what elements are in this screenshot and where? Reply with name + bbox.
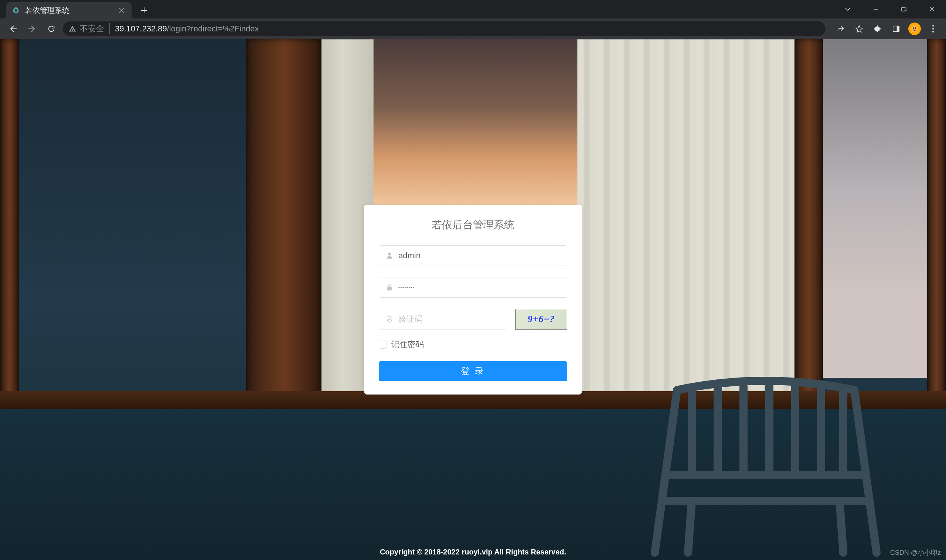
toolbar: 不安全 39.107.232.89/login?redirect=%2Finde… [0,18,946,39]
tab-favicon-icon [12,6,20,14]
sidepanel-icon[interactable] [888,21,904,37]
captcha-row: 9+6=? [379,309,567,329]
window-chevron-icon[interactable] [834,0,862,18]
password-input-wrap[interactable] [379,277,567,298]
tab-close-button[interactable] [117,6,126,14]
address-bar[interactable]: 不安全 39.107.232.89/login?redirect=%2Finde… [63,22,826,36]
browser-tab[interactable]: 若依管理系统 [6,2,131,18]
chair-decor [633,316,899,560]
shield-check-icon [385,315,394,324]
footer-copyright: Copyright © 2018-2022 ruoyi.vip All Righ… [0,548,946,556]
browser-chrome: 若依管理系统 [0,0,946,39]
insecure-label: 不安全 [80,23,104,34]
bookmark-star-icon[interactable] [851,21,867,37]
watermark: CSDN @小小印z [890,548,941,557]
captcha-text: 9+6=? [528,314,555,325]
svg-point-6 [932,25,934,26]
username-input-wrap[interactable] [379,245,567,266]
window-minimize-button[interactable] [862,0,890,18]
window-close-button[interactable] [918,0,946,18]
tab-title: 若依管理系统 [25,6,117,15]
login-title: 若依后台管理系统 [379,218,567,232]
password-row [379,277,567,298]
svg-rect-2 [897,26,900,32]
captcha-input[interactable] [398,314,500,324]
svg-point-7 [932,28,934,29]
svg-point-3 [911,25,918,32]
window-controls [834,0,946,18]
avatar-icon [908,23,921,35]
captcha-image[interactable]: 9+6=? [515,309,567,329]
warning-icon [69,25,76,32]
url-text: 39.107.232.89/login?redirect=%2Findex [115,24,259,34]
login-button[interactable]: 登 录 [379,361,567,381]
remember-checkbox[interactable] [379,341,387,349]
login-card: 若依后台管理系统 [364,205,582,394]
username-input[interactable] [398,251,561,260]
share-icon[interactable] [833,21,849,37]
password-input[interactable] [398,286,561,289]
lock-icon [385,283,394,292]
captcha-input-wrap[interactable] [379,309,506,329]
reload-button[interactable] [44,21,59,37]
url-host: 39.107.232.89 [115,24,167,33]
window-maximize-button[interactable] [890,0,918,18]
insecure-badge[interactable]: 不安全 [69,23,110,34]
user-icon [385,251,394,260]
svg-point-4 [913,27,914,29]
remember-label[interactable]: 记住密码 [391,339,424,350]
svg-point-8 [932,31,934,32]
remember-row: 记住密码 [379,339,567,350]
username-row [379,245,567,266]
new-tab-button[interactable] [137,3,151,18]
page-viewport: 若依后台管理系统 [0,39,946,560]
extensions-icon[interactable] [870,21,885,37]
svg-rect-0 [902,8,905,11]
profile-avatar[interactable] [907,21,922,37]
url-path: /login?redirect=%2Findex [167,24,259,33]
toolbar-right-icons [833,21,941,37]
kebab-menu-icon[interactable] [925,21,941,37]
svg-point-5 [915,27,917,29]
tab-bar: 若依管理系统 [0,0,946,18]
forward-button[interactable] [25,21,40,37]
back-button[interactable] [5,21,21,37]
